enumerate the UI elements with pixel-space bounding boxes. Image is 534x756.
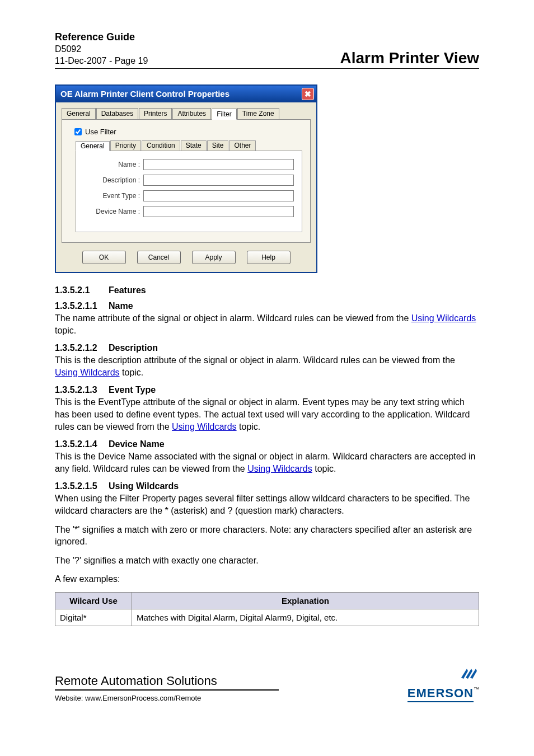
- link-using-wildcards-2[interactable]: Using Wildcards: [55, 368, 120, 377]
- heading-name: 1.3.5.2.1.1Name: [55, 301, 479, 311]
- description-field[interactable]: [143, 175, 294, 186]
- description-label: Description :: [84, 176, 140, 184]
- name-field[interactable]: [143, 159, 294, 170]
- tab-timezone[interactable]: Time Zone: [237, 108, 279, 119]
- close-icon[interactable]: ✖: [302, 88, 314, 100]
- tab-filter[interactable]: Filter: [212, 109, 237, 120]
- para-wildcards-3: The '?' signifies a match with exactly o…: [55, 555, 479, 567]
- para-devicename: This is the Device Name associated with …: [55, 450, 479, 475]
- th-explanation: Explanation: [132, 592, 479, 609]
- page-header: Reference Guide D5092 11-Dec-2007 - Page…: [55, 31, 479, 69]
- emerson-tm: ™: [474, 686, 479, 692]
- dialog-title-text: OE Alarm Printer Client Control Properti…: [60, 89, 229, 98]
- footer-ras: Remote Automation Solutions: [55, 674, 279, 691]
- page-title: Alarm Printer View: [340, 49, 479, 67]
- ref-guide-title: Reference Guide: [55, 31, 148, 44]
- subtab-other[interactable]: Other: [229, 140, 256, 151]
- subtab-general[interactable]: General: [76, 141, 110, 151]
- sub-tabstrip: General Priority Condition State Site Ot…: [76, 140, 302, 151]
- para-wildcards-2: The '*' signifies a match with zero or m…: [55, 524, 479, 548]
- heading-wildcards: 1.3.5.2.1.5Using Wildcards: [55, 481, 479, 491]
- subtab-priority[interactable]: Priority: [110, 140, 141, 151]
- para-description: This is the description attribute of the…: [55, 354, 479, 378]
- eventtype-label: Event Type :: [84, 192, 140, 200]
- para-wildcards-4: A few examples:: [55, 573, 479, 585]
- tab-databases[interactable]: Databases: [96, 108, 138, 119]
- dialog-button-row: OK Cancel Apply Help: [62, 251, 311, 264]
- emerson-wordmark: EMERSON: [407, 686, 474, 702]
- link-using-wildcards-3[interactable]: Using Wildcards: [172, 422, 237, 431]
- cell-wildcard: Digital*: [55, 609, 132, 626]
- tab-printers[interactable]: Printers: [139, 108, 172, 119]
- heading-devicename: 1.3.5.2.1.4Device Name: [55, 439, 479, 449]
- subtab-state[interactable]: State: [181, 140, 207, 151]
- properties-dialog: OE Alarm Printer Client Control Properti…: [55, 84, 317, 273]
- emerson-mark-icon: [407, 665, 479, 686]
- header-left: Reference Guide D5092 11-Dec-2007 - Page…: [55, 31, 148, 67]
- name-label: Name :: [84, 161, 140, 168]
- filter-tab-body: Use Filter General Priority Condition St…: [62, 120, 311, 243]
- footer-website: Website: www.EmersonProcess.com/Remote: [55, 694, 279, 702]
- emerson-logo: EMERSON™: [407, 665, 479, 702]
- subtab-site[interactable]: Site: [207, 140, 229, 151]
- heading-eventtype: 1.3.5.2.1.3Event Type: [55, 385, 479, 395]
- heading-description: 1.3.5.2.1.2Description: [55, 343, 479, 353]
- table-row: Digital* Matches with Digital Alarm, Dig…: [55, 609, 479, 626]
- link-using-wildcards-1[interactable]: Using Wildcards: [411, 313, 476, 323]
- devicename-label: Device Name :: [84, 208, 140, 215]
- para-wildcards-1: When using the Filter Property pages sev…: [55, 492, 479, 516]
- main-tabstrip: General Databases Printers Attributes Fi…: [62, 108, 311, 120]
- cancel-button[interactable]: Cancel: [137, 251, 181, 264]
- para-eventtype: This is the EventType attribute of the s…: [55, 396, 479, 433]
- page-footer: Remote Automation Solutions Website: www…: [55, 665, 479, 702]
- use-filter-label: Use Filter: [85, 128, 116, 136]
- eventtype-field[interactable]: [143, 190, 294, 201]
- help-button[interactable]: Help: [247, 251, 291, 264]
- apply-button[interactable]: Apply: [192, 251, 236, 264]
- date-page: 11-Dec-2007 - Page 19: [55, 55, 148, 67]
- heading-features: 1.3.5.2.1Features: [55, 285, 479, 295]
- tab-general[interactable]: General: [62, 108, 96, 119]
- wildcard-table: Wilcard Use Explanation Digital* Matches…: [55, 592, 479, 626]
- dialog-titlebar: OE Alarm Printer Client Control Properti…: [56, 86, 316, 102]
- subtab-condition[interactable]: Condition: [142, 140, 180, 151]
- devicename-field[interactable]: [143, 206, 294, 217]
- th-wildcard-use: Wilcard Use: [55, 592, 132, 609]
- link-using-wildcards-4[interactable]: Using Wildcards: [247, 464, 312, 473]
- subtab-body: Name : Description : Event Type : Device…: [76, 151, 302, 232]
- ok-button[interactable]: OK: [82, 251, 126, 264]
- tab-attributes[interactable]: Attributes: [172, 108, 211, 119]
- para-name: The name attribute of the signal or obje…: [55, 312, 479, 336]
- use-filter-checkbox[interactable]: [74, 128, 82, 135]
- cell-explanation: Matches with Digital Alarm, Digital Alar…: [132, 609, 479, 626]
- doc-id: D5092: [55, 44, 148, 55]
